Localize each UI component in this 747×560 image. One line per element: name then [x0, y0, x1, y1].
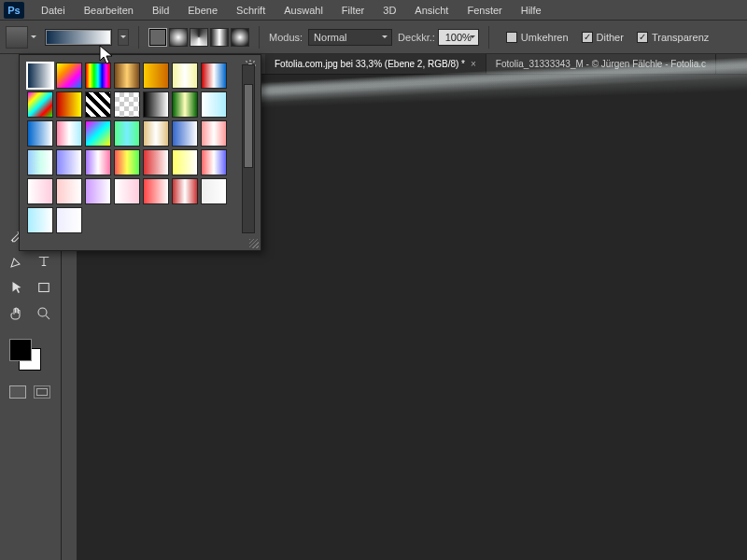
blend-mode-value: Normal: [314, 32, 346, 43]
svg-point-1: [38, 308, 47, 316]
menu-layer[interactable]: Ebene: [178, 2, 227, 19]
menu-file[interactable]: Datei: [32, 2, 75, 19]
gradient-swatch-grid: [27, 63, 236, 233]
menu-help[interactable]: Hilfe: [512, 2, 551, 19]
hand-tool[interactable]: [4, 301, 30, 326]
dither-checkbox[interactable]: ✓ Dither: [582, 32, 624, 43]
gradient-swatch[interactable]: [27, 207, 53, 233]
gradient-type-group: [148, 28, 249, 47]
gradient-picker-popup: [19, 54, 261, 251]
gradient-swatch[interactable]: [172, 91, 198, 118]
transparency-checkbox[interactable]: ✓ Transparenz: [637, 32, 709, 43]
gradient-preview[interactable]: [45, 29, 112, 46]
menu-select[interactable]: Auswahl: [275, 2, 332, 19]
gradient-swatch[interactable]: [143, 178, 169, 204]
gradient-swatch[interactable]: [85, 178, 111, 204]
separator: [259, 26, 260, 49]
gradient-swatch[interactable]: [56, 63, 82, 89]
gradient-swatch[interactable]: [114, 120, 140, 147]
gradient-type-angle[interactable]: [190, 28, 208, 47]
document-tab[interactable]: Fotolia.com.jpg bei 33,3% (Ebene 2, RGB/…: [265, 54, 486, 74]
document-tab-label: Fotolia.com.jpg bei 33,3% (Ebene 2, RGB/…: [275, 59, 465, 69]
gradient-swatch[interactable]: [201, 63, 227, 89]
gradient-picker-dropdown[interactable]: [118, 29, 129, 46]
scrollbar[interactable]: [242, 64, 255, 233]
gradient-swatch[interactable]: [114, 91, 140, 118]
opacity-value-text: 100%: [445, 32, 472, 43]
scrollbar-thumb[interactable]: [244, 84, 253, 168]
gradient-type-linear[interactable]: [148, 28, 167, 47]
gradient-swatch[interactable]: [85, 63, 111, 89]
separator: [488, 26, 489, 49]
mode-label: Modus:: [269, 32, 303, 43]
reverse-checkbox[interactable]: Umkehren: [506, 32, 569, 43]
menu-edit[interactable]: Bearbeiten: [75, 2, 143, 19]
rectangle-tool[interactable]: [32, 275, 58, 300]
pen-tool[interactable]: [4, 249, 30, 273]
gradient-swatch[interactable]: [27, 149, 53, 175]
checkbox-box: [506, 32, 517, 43]
menu-type[interactable]: Schrift: [227, 2, 275, 19]
menu-bar: Ps Datei Bearbeiten Bild Ebene Schrift A…: [0, 0, 747, 21]
menu-view[interactable]: Ansicht: [405, 2, 458, 19]
tool-preset-picker[interactable]: [6, 26, 28, 49]
gradient-swatch[interactable]: [172, 63, 198, 89]
gradient-swatch[interactable]: [56, 120, 82, 147]
gradient-swatch[interactable]: [27, 63, 53, 89]
dither-label: Dither: [597, 32, 624, 43]
gradient-swatch[interactable]: [56, 149, 82, 175]
options-bar: Modus: Normal Deckkr.: 100% Umkehren ✓ D…: [0, 21, 747, 54]
screen-mode-toggle[interactable]: [34, 385, 50, 399]
gradient-swatch[interactable]: [143, 91, 169, 118]
gradient-swatch[interactable]: [85, 120, 111, 147]
gradient-swatch[interactable]: [114, 149, 140, 175]
checkbox-box: ✓: [582, 32, 593, 43]
gradient-swatch[interactable]: [143, 149, 169, 175]
foreground-color-swatch[interactable]: [9, 339, 32, 361]
gradient-swatch[interactable]: [201, 120, 227, 147]
transparency-label: Transparenz: [652, 32, 709, 43]
gradient-swatch[interactable]: [27, 120, 53, 147]
gradient-swatch[interactable]: [201, 91, 227, 118]
color-swatches[interactable]: [4, 337, 57, 378]
type-tool[interactable]: [32, 249, 58, 273]
svg-rect-0: [39, 284, 49, 292]
menu-image[interactable]: Bild: [143, 2, 178, 19]
gradient-swatch[interactable]: [172, 120, 198, 147]
close-icon[interactable]: ×: [471, 59, 476, 69]
gradient-swatch[interactable]: [143, 63, 169, 89]
gradient-swatch[interactable]: [172, 149, 198, 175]
gradient-swatch[interactable]: [201, 178, 227, 204]
checkbox-box: ✓: [637, 32, 648, 43]
app-logo: Ps: [4, 2, 24, 19]
resize-handle[interactable]: [249, 239, 259, 248]
gradient-swatch[interactable]: [56, 207, 82, 233]
separator: [138, 26, 139, 49]
gradient-swatch[interactable]: [114, 178, 140, 204]
gradient-type-radial[interactable]: [169, 28, 188, 47]
gradient-swatch[interactable]: [201, 149, 227, 175]
gradient-swatch[interactable]: [56, 178, 82, 204]
menu-3d[interactable]: 3D: [374, 2, 405, 19]
menu-window[interactable]: Fenster: [458, 2, 511, 19]
gradient-swatch[interactable]: [27, 178, 53, 204]
quick-mask-toggle[interactable]: [9, 385, 26, 399]
gradient-type-reflected[interactable]: [210, 28, 229, 47]
gradient-swatch[interactable]: [143, 120, 169, 147]
opacity-input[interactable]: 100%: [438, 29, 479, 46]
blend-mode-select[interactable]: Normal: [308, 29, 392, 46]
gradient-swatch[interactable]: [114, 63, 140, 89]
opacity-label: Deckkr.:: [398, 32, 435, 43]
path-select-tool[interactable]: [4, 275, 30, 300]
zoom-tool[interactable]: [32, 301, 58, 326]
menu-filter[interactable]: Filter: [332, 2, 374, 19]
gradient-swatch[interactable]: [27, 91, 53, 118]
gradient-swatch[interactable]: [85, 149, 111, 175]
reverse-label: Umkehren: [521, 32, 569, 43]
gradient-type-diamond[interactable]: [231, 28, 249, 47]
gradient-swatch[interactable]: [85, 91, 111, 118]
gradient-swatch[interactable]: [56, 91, 82, 118]
gradient-swatch[interactable]: [172, 178, 198, 204]
